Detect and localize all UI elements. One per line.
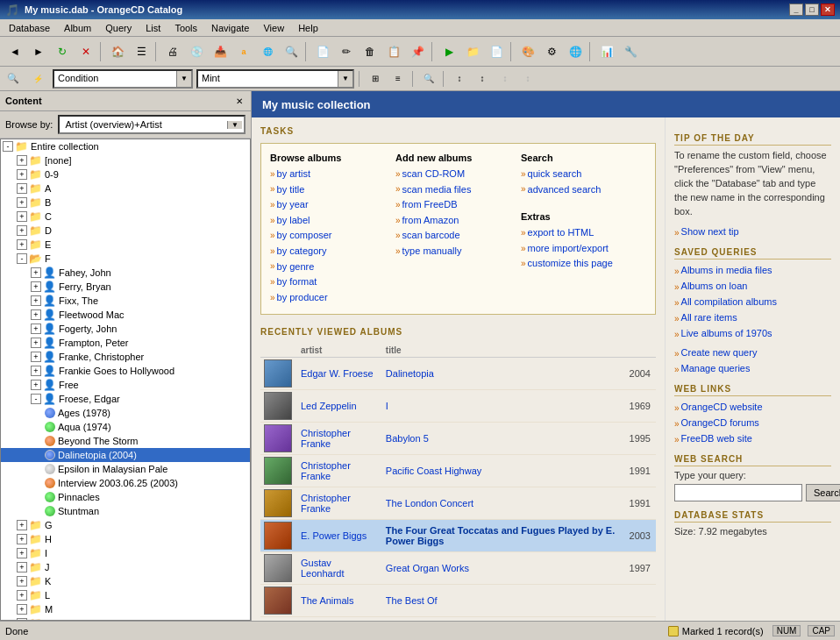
album-artist-cell[interactable]: Led Zeppelin (295, 390, 381, 423)
tree-item[interactable]: Epsilon in Malaysian Pale (1, 462, 250, 476)
album-title[interactable]: I (386, 401, 388, 411)
menu-help[interactable]: Help (293, 22, 324, 34)
album-artist[interactable]: The Animals (301, 595, 354, 606)
mint-select[interactable]: Mint ▼ (196, 69, 354, 89)
album-title-cell[interactable]: Pacific Coast Highway (381, 455, 621, 487)
album-title-cell[interactable]: Babylon 5 (381, 423, 621, 455)
forward-button[interactable]: ► (27, 40, 50, 63)
tree-expand-btn[interactable]: + (31, 338, 41, 348)
menu-query[interactable]: Query (100, 22, 137, 34)
albums-in-media-link[interactable]: » Albums in media files (674, 263, 831, 279)
tree-item[interactable]: Stuntman (1, 504, 250, 518)
delete-button[interactable]: 🗑 (359, 40, 381, 63)
tree-item[interactable]: + 👤 Fleetwood Mac (1, 308, 250, 322)
tree-item[interactable]: + 📁 G (1, 518, 250, 532)
album-artist-cell[interactable]: Edgar W. Froese (295, 358, 381, 390)
file-button[interactable]: 📄 (485, 40, 508, 63)
view-toggle-2[interactable]: ≡ (388, 69, 408, 89)
album-title-cell[interactable]: The Four Great Toccatas and Fugues Playe… (381, 520, 621, 552)
album-title-cell[interactable]: The Best Of (381, 585, 621, 617)
tree-expand-btn[interactable]: + (17, 590, 27, 601)
album-title[interactable]: The Four Great Toccatas and Fugues Playe… (386, 525, 615, 546)
tree-item[interactable]: - 📂 F (1, 252, 250, 266)
import-button[interactable]: 📥 (209, 40, 231, 63)
album-title-cell[interactable]: I (381, 390, 621, 423)
album-artist-cell[interactable]: The Animals (295, 585, 381, 617)
scan-button[interactable]: 💿 (185, 40, 208, 63)
sort-btn4[interactable]: ↕ (518, 69, 537, 89)
all-compilation-link[interactable]: » All compilation albums (674, 295, 831, 310)
web-search-input[interactable] (674, 484, 802, 501)
tree-expand-btn[interactable]: + (17, 197, 27, 208)
menu-tools[interactable]: Tools (169, 22, 203, 34)
color-button[interactable]: 🎨 (516, 40, 539, 63)
tree-expand-btn[interactable]: + (31, 281, 41, 292)
album-title[interactable]: The London Concert (386, 498, 473, 508)
browse-by-year-link[interactable]: » by year (270, 197, 387, 213)
edit-button[interactable]: ✏ (335, 40, 358, 63)
tree-expand-btn[interactable]: + (31, 324, 41, 334)
tree-item[interactable]: + 👤 Fixx, The (1, 294, 250, 308)
more-import-link[interactable]: » more import/export (521, 241, 637, 257)
manage-queries-link[interactable]: » Manage queries (674, 361, 831, 377)
stop-button[interactable]: ✕ (75, 40, 97, 63)
tree-item-selected[interactable]: Dalinetopia (2004) (1, 448, 250, 462)
live-albums-link[interactable]: » Live albums of 1970s (674, 326, 831, 342)
sort-btn2[interactable]: ↕ (473, 69, 492, 89)
amazon-button[interactable]: a (232, 40, 255, 63)
album-title[interactable]: Great Organ Works (386, 563, 469, 573)
folder-button[interactable]: 📁 (461, 40, 484, 63)
close-button[interactable]: ✕ (821, 4, 835, 16)
web-search-button[interactable]: Search (806, 484, 840, 501)
tree-item[interactable]: + 📁 0-9 (1, 167, 250, 181)
export-button[interactable]: 📄 (311, 40, 334, 63)
tree-expand-btn[interactable]: + (31, 366, 41, 376)
show-next-tip-link[interactable]: » Show next tip (674, 224, 831, 240)
album-title[interactable]: The Best Of (386, 595, 438, 606)
tree-item[interactable]: + 📁 K (1, 574, 250, 588)
tree-expand-btn[interactable]: + (31, 267, 41, 278)
customize-page-link[interactable]: » customize this page (521, 256, 637, 272)
tree-expand-btn[interactable]: + (17, 548, 27, 558)
tree-item[interactable]: - 📁 Entire collection (1, 139, 250, 153)
browse-by-format-link[interactable]: » by format (270, 274, 387, 290)
tree-expand-btn[interactable]: + (17, 534, 27, 544)
tree-item[interactable]: + 👤 Frankie Goes to Hollywood (1, 364, 250, 378)
album-row[interactable]: Christopher Franke Babylon 5 1995 (260, 423, 656, 455)
album-artist[interactable]: Edgar W. Froese (301, 368, 374, 379)
web-button[interactable]: 🌐 (564, 40, 587, 63)
tree-item[interactable]: + 👤 Ferry, Bryan (1, 280, 250, 294)
album-artist[interactable]: Christopher Franke (301, 428, 351, 449)
album-row[interactable]: Led Zeppelin I 1969 (260, 390, 656, 423)
album-row[interactable]: Edgar W. Froese Dalinetopia 2004 (260, 358, 656, 390)
browse-by-dropdown-arrow[interactable]: ▼ (227, 121, 242, 129)
extra2-button[interactable]: 🔧 (619, 40, 642, 63)
sort-btn1[interactable]: ↕ (450, 69, 469, 89)
tree-item[interactable]: Interview 2003.06.25 (2003) (1, 476, 250, 490)
albums-on-loan-link[interactable]: » Albums on loan (674, 279, 831, 295)
tree-item[interactable]: + 📁 L (1, 588, 250, 602)
tree-expand-btn[interactable]: + (17, 604, 27, 615)
refresh-button[interactable]: ↻ (51, 40, 74, 63)
album-title[interactable]: Babylon 5 (386, 433, 429, 444)
mint-dropdown-arrow[interactable]: ▼ (338, 71, 352, 87)
menu-view[interactable]: View (258, 22, 289, 34)
advanced-search-link[interactable]: » advanced search (521, 182, 637, 198)
tree-item[interactable]: + 📁 N (1, 616, 250, 620)
scan-barcode-link[interactable]: » scan barcode (395, 228, 512, 244)
condition-select[interactable]: Condition ▼ (53, 69, 193, 89)
all-rare-link[interactable]: » All rare items (674, 310, 831, 326)
menu-navigate[interactable]: Navigate (206, 22, 254, 34)
album-artist[interactable]: Led Zeppelin (301, 401, 357, 411)
from-amazon-link[interactable]: » from Amazon (395, 213, 512, 229)
album-artist[interactable]: E. Power Biggs (301, 530, 367, 541)
album-title-cell[interactable]: The London Concert (381, 487, 621, 520)
content-close-button[interactable]: ✕ (233, 95, 246, 107)
album-title-cell[interactable]: Dalinetopia (381, 358, 621, 390)
album-row[interactable]: Christopher Franke The London Concert 19… (260, 487, 656, 520)
browse-by-artist-link[interactable]: » by artist (270, 167, 387, 182)
copy-button[interactable]: 📋 (382, 40, 405, 63)
tree-item[interactable]: + 📁 H (1, 532, 250, 546)
filter-toggle[interactable]: 🔍 (419, 69, 438, 89)
tree-item[interactable]: + 📁 B (1, 196, 250, 210)
